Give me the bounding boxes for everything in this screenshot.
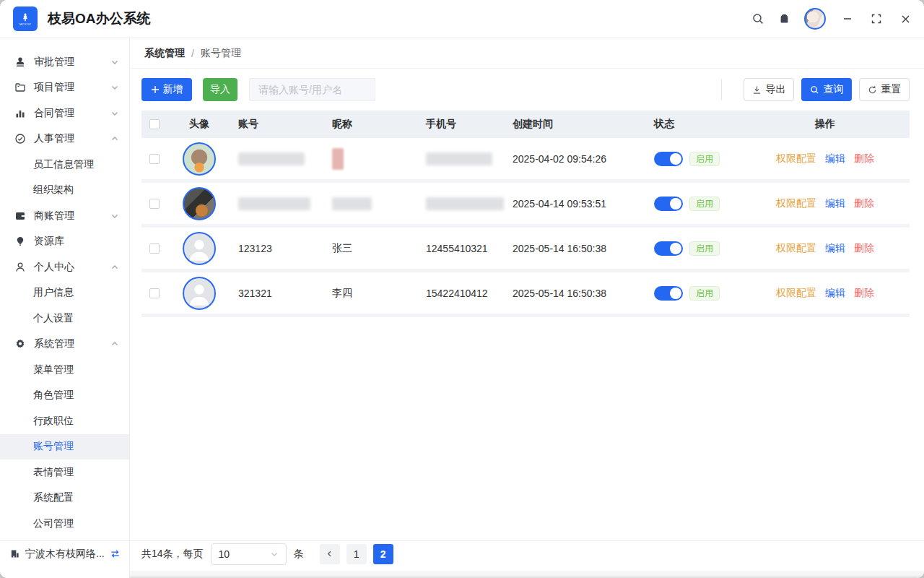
- export-button-label: 导出: [766, 83, 786, 96]
- sidebar-item-personal-center[interactable]: 个人中心: [0, 254, 129, 280]
- company-switcher[interactable]: 宁波木有枝网络...: [0, 540, 129, 566]
- row-checkbox[interactable]: [149, 199, 160, 209]
- row-checkbox[interactable]: [149, 243, 160, 254]
- sidebar-menu: 审批管理 项目管理 合同管理: [0, 38, 129, 537]
- permission-config-link[interactable]: 权限配置: [776, 152, 816, 165]
- toolbar-right-group: 导出 查询 重置: [721, 78, 910, 101]
- col-phone: 手机号: [419, 118, 505, 131]
- add-button[interactable]: 新增: [141, 78, 192, 101]
- sidebar-item-approval[interactable]: 审批管理: [0, 49, 129, 75]
- window-bottom-edge: [130, 571, 924, 578]
- delete-link[interactable]: 删除: [854, 197, 874, 210]
- chevron-left-icon: [326, 550, 334, 558]
- permission-config-link[interactable]: 权限配置: [776, 287, 816, 300]
- phone-value: 12455410321: [419, 243, 505, 254]
- sidebar-item-system-config[interactable]: 系统配置: [0, 486, 129, 512]
- search-icon[interactable]: [745, 6, 771, 32]
- edit-link[interactable]: 编辑: [825, 287, 845, 300]
- delete-link[interactable]: 删除: [854, 242, 874, 255]
- sidebar-item-personal-settings[interactable]: 个人设置: [0, 306, 129, 332]
- sidebar-item-label: 资源库: [34, 235, 64, 248]
- avatar: [183, 187, 216, 220]
- reset-button[interactable]: 重置: [859, 78, 910, 101]
- close-button[interactable]: [891, 6, 920, 32]
- bar-chart-icon: [14, 107, 27, 119]
- sidebar-item-hr[interactable]: 人事管理: [0, 126, 129, 152]
- sidebar-item-role-mgmt[interactable]: 角色管理: [0, 383, 129, 409]
- minimize-button[interactable]: [833, 6, 862, 32]
- topbar: MOYOZ 枝易OA办公系统: [0, 0, 924, 38]
- select-all-checkbox[interactable]: [149, 119, 160, 129]
- col-avatar: 头像: [167, 118, 231, 131]
- avatar: [183, 277, 216, 310]
- refresh-icon: [868, 85, 877, 95]
- sidebar-item-label: 商账管理: [34, 210, 74, 223]
- status-toggle[interactable]: [654, 241, 683, 256]
- wallet-icon: [14, 210, 27, 222]
- pagination-unit: 条: [294, 548, 304, 561]
- import-button-label: 导入: [210, 83, 230, 96]
- table-row: 2025-04-02 09:54:26 启用 权限配置 编辑 删除: [141, 138, 910, 183]
- import-button[interactable]: 导入: [203, 78, 237, 101]
- prev-page-button[interactable]: [320, 544, 340, 564]
- download-icon: [752, 85, 762, 95]
- edit-link[interactable]: 编辑: [825, 242, 845, 255]
- sidebar-item-emoji-mgmt[interactable]: 表情管理: [0, 460, 129, 486]
- avatar: [183, 232, 216, 265]
- maximize-button[interactable]: [862, 6, 891, 32]
- query-button[interactable]: 查询: [801, 78, 852, 101]
- edit-link[interactable]: 编辑: [825, 152, 845, 165]
- redacted-nickname: [332, 148, 344, 170]
- permission-config-link[interactable]: 权限配置: [776, 197, 816, 210]
- sidebar-item-system[interactable]: 系统管理: [0, 332, 129, 358]
- sidebar-item-account-mgmt[interactable]: 账号管理: [0, 434, 129, 460]
- row-checkbox[interactable]: [149, 154, 160, 164]
- sidebar-item-user-info[interactable]: 用户信息: [0, 280, 129, 306]
- user-avatar[interactable]: [804, 8, 826, 30]
- sidebar-item-resources[interactable]: 资源库: [0, 229, 129, 255]
- switch-company-icon[interactable]: [110, 548, 121, 559]
- reset-button-label: 重置: [881, 83, 902, 96]
- status-toggle[interactable]: [654, 197, 683, 211]
- status-toggle[interactable]: [654, 286, 683, 301]
- sidebar-item-label: 表情管理: [33, 466, 74, 479]
- nickname-value: 张三: [325, 242, 419, 255]
- sidebar-item-label: 个人设置: [33, 312, 74, 325]
- sidebar-item-label: 角色管理: [33, 389, 74, 402]
- sidebar-item-accounts-biz[interactable]: 商账管理: [0, 203, 129, 229]
- logo-glyph: [20, 12, 30, 22]
- sidebar-item-org-structure[interactable]: 组织架构: [0, 178, 129, 204]
- status-badge: 启用: [689, 241, 720, 256]
- default-user-icon: [184, 232, 214, 265]
- search-input[interactable]: [249, 78, 375, 101]
- page-button-2[interactable]: 2: [373, 544, 393, 564]
- plus-icon: [151, 85, 160, 94]
- delete-link[interactable]: 删除: [854, 152, 874, 165]
- page-size-select[interactable]: 10: [211, 543, 287, 565]
- chevron-down-icon: [270, 550, 279, 558]
- sidebar-item-admin-position[interactable]: 行政职位: [0, 408, 129, 434]
- created-time: 2025-05-14 16:50:38: [505, 288, 647, 299]
- sidebar-item-label: 人事管理: [34, 132, 74, 145]
- pagination: 共14条，每页 10 条 1 2: [130, 540, 924, 566]
- row-checkbox[interactable]: [149, 288, 160, 298]
- chevron-down-icon: [110, 109, 119, 118]
- sidebar-item-menu-mgmt[interactable]: 菜单管理: [0, 357, 129, 383]
- col-nickname: 昵称: [325, 118, 419, 131]
- sidebar-item-label: 组织架构: [33, 184, 74, 197]
- stamp-icon: [14, 56, 27, 68]
- toolbar-divider: [721, 79, 722, 100]
- notification-bell-icon[interactable]: [771, 6, 797, 32]
- permission-config-link[interactable]: 权限配置: [776, 242, 816, 255]
- page-button-1[interactable]: 1: [346, 544, 367, 564]
- redacted-account: [238, 197, 310, 210]
- sidebar-item-company-mgmt[interactable]: 公司管理: [0, 511, 129, 537]
- sidebar-item-project[interactable]: 项目管理: [0, 75, 129, 101]
- export-button[interactable]: 导出: [744, 78, 794, 101]
- sidebar-item-contract[interactable]: 合同管理: [0, 100, 129, 126]
- status-toggle[interactable]: [654, 152, 683, 166]
- delete-link[interactable]: 删除: [854, 287, 874, 300]
- edit-link[interactable]: 编辑: [825, 197, 845, 210]
- sidebar-item-employee-info[interactable]: 员工信息管理: [0, 152, 129, 178]
- breadcrumb-parent[interactable]: 系统管理: [144, 47, 185, 60]
